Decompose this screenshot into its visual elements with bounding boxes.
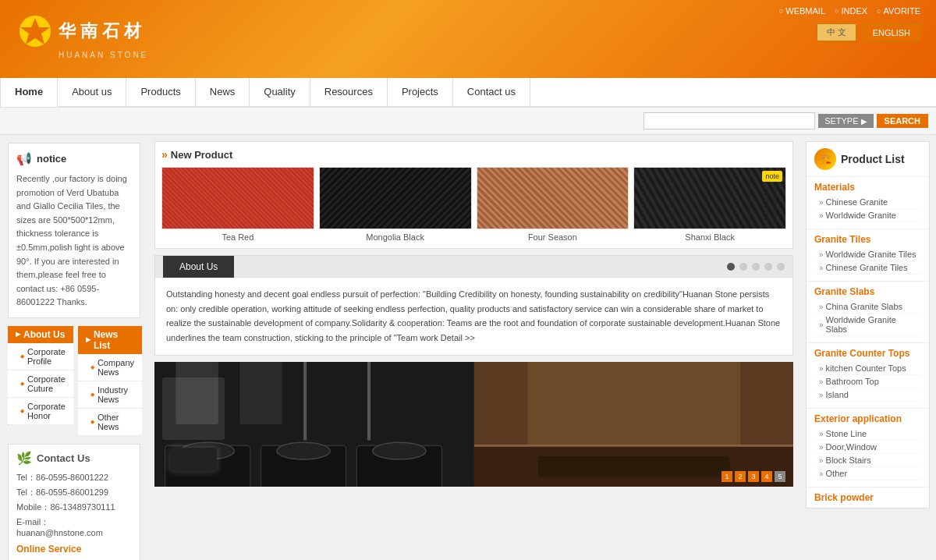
page-dot-2[interactable]: 2 bbox=[735, 471, 746, 482]
category-item-chinese-granite[interactable]: Chinese Granite bbox=[814, 196, 921, 209]
category-item-worldwide-granite-tiles[interactable]: Worldwide Granite Tiles bbox=[814, 248, 921, 261]
notice-box: 📢 notice Recently ,our factory is doing … bbox=[8, 143, 140, 318]
svg-rect-13 bbox=[367, 362, 370, 440]
nav-projects[interactable]: Projects bbox=[388, 77, 453, 107]
svg-point-9 bbox=[373, 442, 426, 459]
category-item-other[interactable]: Other bbox=[814, 467, 921, 480]
category-item-block-stairs[interactable]: Block Stairs bbox=[814, 454, 921, 467]
category-item-bathroom-top[interactable]: Bathroom Top bbox=[814, 375, 921, 388]
tab-dots bbox=[727, 263, 785, 271]
product-item-tea-red[interactable]: Tea Red bbox=[161, 167, 314, 242]
page-dot-5[interactable]: 5 bbox=[775, 471, 785, 482]
tab-dot-2[interactable] bbox=[739, 263, 747, 271]
notice-text: Recently ,our factory is doing promotion… bbox=[16, 172, 132, 310]
sidebar-item-corporate-profile[interactable]: Corporate Profile bbox=[8, 343, 73, 370]
lang-buttons: 中 文 ENGLISH bbox=[817, 23, 920, 41]
product-list-header: 🏗️ Product List bbox=[807, 142, 929, 177]
product-label-four-season: Four Season bbox=[477, 232, 629, 242]
svg-rect-10 bbox=[176, 362, 218, 424]
about-tabs-box: About Us Outstanding honesty and decent … bbox=[154, 255, 793, 356]
category-item-door-window[interactable]: Door,Window bbox=[814, 441, 921, 454]
search-button[interactable]: SEARCH bbox=[877, 114, 928, 128]
tab-dot-4[interactable] bbox=[764, 263, 772, 271]
nav-resources[interactable]: Resources bbox=[310, 77, 388, 107]
category-item-worldwide-granite[interactable]: Worldwide Granite bbox=[814, 209, 921, 222]
category-granite-tiles: Granite Tiles Worldwide Granite Tiles Ch… bbox=[807, 229, 929, 276]
sidebar-item-corporate-culture[interactable]: Corporate Cuture bbox=[8, 370, 73, 398]
category-item-island[interactable]: Island bbox=[814, 388, 921, 402]
nav-products[interactable]: Products bbox=[126, 77, 195, 107]
tab-about-us[interactable]: About Us bbox=[163, 256, 234, 278]
news-header[interactable]: News List bbox=[78, 326, 142, 354]
page-dot-4[interactable]: 4 bbox=[761, 471, 772, 482]
tab-dot-5[interactable] bbox=[777, 263, 785, 271]
svg-point-8 bbox=[277, 442, 330, 459]
main-container: 📢 notice Recently ,our factory is doing … bbox=[0, 135, 936, 560]
tab-dot-1[interactable] bbox=[727, 263, 735, 271]
category-title-materials: Materials bbox=[814, 182, 921, 193]
avorite-link[interactable]: AVORITE bbox=[877, 6, 920, 16]
sidebar-item-company-news[interactable]: Company News bbox=[78, 354, 142, 381]
category-brick-powder: Brick powder bbox=[807, 487, 929, 508]
search-input[interactable] bbox=[644, 112, 815, 129]
nav-contact-us[interactable]: Contact us bbox=[453, 77, 530, 107]
category-exterior: Exterior application Stone Line Door,Win… bbox=[807, 409, 929, 482]
category-item-worldwide-granite-slabs[interactable]: Worldwide Granite Slabs bbox=[814, 314, 921, 336]
pagination-dots: 1 2 3 4 5 bbox=[722, 471, 785, 482]
product-item-four-season[interactable]: Four Season bbox=[477, 167, 629, 242]
product-grid: Tea Red Mongolia Black Four Season note … bbox=[161, 167, 786, 242]
tab-dot-3[interactable] bbox=[752, 263, 760, 271]
sidebar-item-corporate-honor[interactable]: Corporate Honor bbox=[8, 398, 73, 425]
new-product-title: New Product bbox=[161, 148, 786, 161]
nav-about-us[interactable]: About us bbox=[58, 77, 126, 107]
contact-title: 🌿 Contact Us bbox=[16, 451, 132, 466]
room-image-right bbox=[474, 362, 794, 487]
category-item-stone-line[interactable]: Stone Line bbox=[814, 427, 921, 441]
news-section: News List Company News Industry News Oth… bbox=[78, 326, 142, 436]
new-product-box: New Product Tea Red Mongolia Black Four … bbox=[154, 141, 793, 249]
page-dot-3[interactable]: 3 bbox=[748, 471, 759, 482]
nav-quality[interactable]: Quality bbox=[250, 77, 310, 107]
category-title-brick-powder: Brick powder bbox=[814, 492, 921, 503]
category-item-chinese-granite-tiles[interactable]: Chinese Granite Tiles bbox=[814, 261, 921, 275]
webmail-link[interactable]: WEBMAIL bbox=[779, 6, 825, 16]
product-item-mongolia-black[interactable]: Mongolia Black bbox=[319, 167, 472, 242]
lang-cn-button[interactable]: 中 文 bbox=[817, 23, 856, 41]
online-service-title: Online Service bbox=[16, 544, 132, 555]
sidebar-menus: About Us Corporate Profile Corporate Cut… bbox=[8, 326, 140, 436]
about-us-header[interactable]: About Us bbox=[8, 326, 73, 343]
contact-box: 🌿 Contact Us Tel：86-0595-86001222 Tel：86… bbox=[8, 444, 140, 560]
product-item-shanxi-black[interactable]: note Shanxi Black bbox=[633, 167, 786, 242]
category-item-kitchen-counter-tops[interactable]: kitchen Counter Tops bbox=[814, 362, 921, 375]
category-item-china-granite-slabs[interactable]: China Granite Slabs bbox=[814, 300, 921, 314]
left-sidebar: 📢 notice Recently ,our factory is doing … bbox=[0, 135, 148, 560]
top-links: WEBMAIL INDEX AVORITE bbox=[779, 6, 920, 16]
category-title-counter-tops: Granite Counter Tops bbox=[814, 348, 921, 359]
category-title-granite-tiles: Granite Tiles bbox=[814, 234, 921, 245]
room-image-box: 1 2 3 4 5 bbox=[154, 362, 793, 487]
nav-bar: Home About us Products News Quality Reso… bbox=[0, 78, 936, 108]
product-list-title: Product List bbox=[841, 153, 905, 165]
category-title-exterior: Exterior application bbox=[814, 413, 921, 424]
product-label-tea-red: Tea Red bbox=[161, 232, 314, 242]
contact-mobile: Mobile：86-13489730111 bbox=[16, 502, 132, 513]
search-bar: SETYPE ▶ SEARCH bbox=[0, 108, 936, 135]
category-title-granite-slabs: Granite Slabs bbox=[814, 286, 921, 297]
page-dot-1[interactable]: 1 bbox=[722, 471, 732, 482]
product-list-icon: 🏗️ bbox=[814, 148, 836, 170]
setype-button[interactable]: SETYPE ▶ bbox=[818, 114, 873, 128]
content-area: New Product Tea Red Mongolia Black Four … bbox=[148, 135, 800, 560]
tab-content: Outstanding honesty and decent goal endl… bbox=[155, 278, 792, 355]
sidebar-item-industry-news[interactable]: Industry News bbox=[78, 381, 142, 409]
logo-en: HUANAN STONE bbox=[58, 51, 156, 59]
svg-rect-12 bbox=[303, 362, 307, 440]
category-granite-slabs: Granite Slabs China Granite Slabs Worldw… bbox=[807, 282, 929, 338]
logo-svg: 华南石材 bbox=[16, 12, 156, 51]
nav-home[interactable]: Home bbox=[0, 77, 58, 107]
logo-area: 华南石材 HUANAN STONE bbox=[16, 12, 156, 59]
nav-news[interactable]: News bbox=[196, 77, 250, 107]
sidebar-item-other-news[interactable]: Other News bbox=[78, 409, 142, 436]
index-link[interactable]: INDEX bbox=[835, 6, 867, 16]
category-counter-tops: Granite Counter Tops kitchen Counter Top… bbox=[807, 343, 929, 403]
lang-en-button[interactable]: ENGLISH bbox=[863, 23, 920, 41]
